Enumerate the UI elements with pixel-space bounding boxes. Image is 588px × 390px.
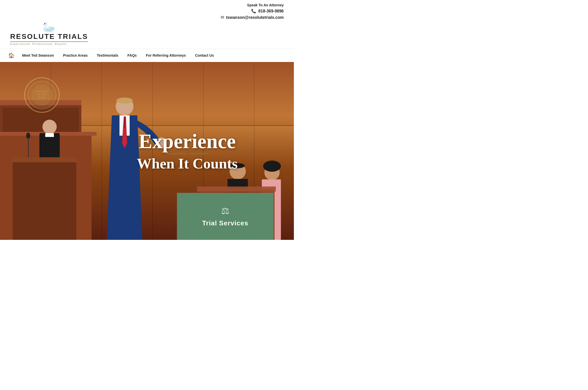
email-row: ✉ tswanson@resolutetrials.com bbox=[221, 15, 284, 20]
trial-services-icon: ⚖ bbox=[221, 206, 229, 216]
nav-faqs[interactable]: FAQs bbox=[123, 50, 141, 61]
phone-row: 📞 818-369-9896 bbox=[251, 9, 284, 13]
nav-referring-attorneys[interactable]: For Referring Attorneys bbox=[141, 50, 190, 61]
hero-title-line2: When It Counts bbox=[137, 156, 237, 171]
hero-line-right bbox=[189, 153, 209, 154]
logo-subtitle: Experienced. Professional. Results. bbox=[10, 43, 68, 45]
hero-line-left bbox=[165, 153, 186, 154]
hero-text-block: Experience When It Counts bbox=[137, 131, 237, 171]
trial-services-box[interactable]: ⚖ Trial Services bbox=[177, 193, 274, 240]
svg-rect-26 bbox=[11, 157, 78, 162]
swan-icon: 🦢 bbox=[10, 22, 88, 33]
svg-point-35 bbox=[263, 161, 281, 172]
hero-section: GREAT SEAL OF THE STATE EUREKA bbox=[0, 62, 294, 240]
email-address[interactable]: tswanson@resolutetrials.com bbox=[226, 15, 284, 20]
svg-text:GREAT SEAL OF: GREAT SEAL OF bbox=[35, 90, 49, 92]
phone-number[interactable]: 818-369-9896 bbox=[258, 9, 284, 13]
svg-point-28 bbox=[116, 98, 133, 104]
nav-testimonials[interactable]: Testimonials bbox=[92, 50, 123, 61]
logo-title: RESOLUTE TRIALS bbox=[10, 33, 88, 42]
trial-services-label: Trial Services bbox=[202, 219, 248, 227]
svg-rect-25 bbox=[13, 159, 76, 240]
svg-point-21 bbox=[26, 133, 30, 139]
header-top: Speak To An Attorney 📞 818-369-9896 ✉ ts… bbox=[0, 0, 294, 22]
header-logo: 🦢 RESOLUTE TRIALS Experienced. Professio… bbox=[0, 22, 294, 49]
email-icon: ✉ bbox=[221, 15, 224, 20]
hero-title-line1: Experience bbox=[137, 131, 237, 151]
svg-rect-20 bbox=[28, 137, 29, 157]
speak-label: Speak To An Attorney bbox=[247, 3, 284, 7]
home-icon[interactable]: 🏠 bbox=[5, 49, 18, 62]
hero-divider bbox=[137, 153, 237, 154]
svg-point-22 bbox=[42, 120, 57, 134]
svg-text:EUREKA: EUREKA bbox=[38, 97, 46, 98]
logo-container: 🦢 RESOLUTE TRIALS Experienced. Professio… bbox=[10, 22, 88, 45]
svg-rect-24 bbox=[45, 133, 54, 137]
nav-contact-us[interactable]: Contact Us bbox=[190, 50, 218, 61]
svg-text:THE STATE: THE STATE bbox=[37, 93, 47, 95]
main-nav: 🏠 Meet Ted Swanson Practice Areas Testim… bbox=[0, 49, 294, 62]
nav-practice-areas[interactable]: Practice Areas bbox=[58, 50, 92, 61]
phone-icon: 📞 bbox=[251, 9, 256, 13]
svg-rect-38 bbox=[197, 186, 276, 192]
nav-meet-ted[interactable]: Meet Ted Swanson bbox=[18, 50, 58, 61]
contact-info: Speak To An Attorney 📞 818-369-9896 ✉ ts… bbox=[221, 3, 284, 20]
